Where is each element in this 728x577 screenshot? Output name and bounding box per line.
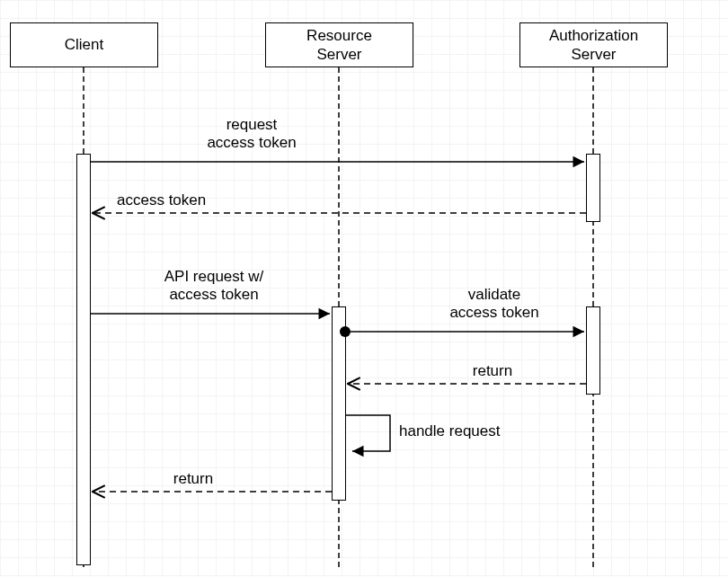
svg-point-6 (340, 326, 351, 337)
sequence-diagram-arrows (0, 0, 728, 577)
